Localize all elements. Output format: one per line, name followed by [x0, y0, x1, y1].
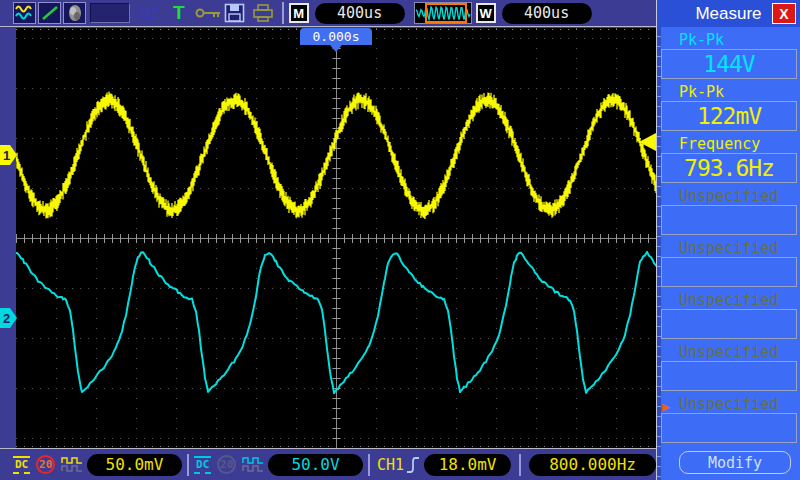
- preview-wave-icon: [415, 3, 471, 23]
- hand-icon: [65, 4, 85, 22]
- measurement-slot-selected[interactable]: ▶ Unspecified: [661, 396, 797, 443]
- slope-line-icon: [40, 4, 60, 22]
- measurement-value-box: [661, 413, 797, 443]
- measurement-value-box: 122mV: [661, 101, 797, 131]
- measure-panel: Measure X Pk-Pk 144V Pk-Pk 122mV Frequen…: [656, 0, 800, 480]
- measurement-value-box: [661, 257, 797, 287]
- ch2-bandwidth-badge[interactable]: 20: [217, 455, 236, 474]
- time-offset-cursor[interactable]: 0.000s: [300, 28, 372, 45]
- rising-edge-icon: [406, 455, 420, 475]
- modify-button[interactable]: Modify: [679, 451, 791, 474]
- close-button[interactable]: X: [772, 3, 796, 24]
- print-icon[interactable]: [251, 3, 275, 23]
- slope-tool-button[interactable]: [38, 2, 61, 24]
- window-timebase-value[interactable]: 400us: [502, 3, 592, 24]
- window-timebase-label: W: [476, 3, 496, 23]
- measurement-slot[interactable]: Pk-Pk 122mV: [661, 84, 797, 131]
- statusbar-separator: [187, 454, 189, 476]
- measurement-value-box: [661, 361, 797, 391]
- main-timebase-value[interactable]: 400us: [315, 3, 405, 24]
- save-icon[interactable]: [224, 3, 245, 23]
- close-icon: X: [779, 6, 788, 22]
- measurement-slot[interactable]: Pk-Pk 144V: [661, 32, 797, 79]
- panel-title: Measure: [695, 4, 761, 24]
- top-toolbar: T M 400us W 400us: [0, 0, 656, 27]
- ch1-bandwidth-badge[interactable]: 20: [36, 455, 55, 474]
- svg-text:1: 1: [3, 148, 10, 163]
- ch2-scale-value[interactable]: 50.0V: [268, 454, 363, 476]
- ch2-invert-icon[interactable]: [242, 456, 264, 473]
- ch1-invert-icon[interactable]: [61, 456, 83, 473]
- ch1-zero-marker[interactable]: 1: [0, 145, 17, 165]
- selection-arrow-icon: ▶: [662, 398, 670, 415]
- trigger-frequency-value: 800.000Hz: [529, 454, 656, 476]
- measurement-slot[interactable]: Unspecified: [661, 292, 797, 339]
- toolbar-display-field: [90, 3, 130, 23]
- trigger-indicator: T: [173, 2, 185, 24]
- status-bar: DC 20 50.0mV DC 20 50.0V CH1 18.0mV 800.…: [0, 448, 656, 480]
- measurement-value-box: [661, 205, 797, 235]
- statusbar-separator-2: [368, 454, 370, 476]
- measurement-value-box: 793.6Hz: [661, 153, 797, 183]
- ch2-coupling-indicator[interactable]: DC: [194, 456, 211, 474]
- main-timebase-label: M: [289, 3, 309, 23]
- waveform-display: [16, 28, 656, 448]
- waveform-preview[interactable]: [414, 2, 472, 24]
- dual-wave-icon: [15, 4, 35, 22]
- statusbar-separator-3: [519, 454, 521, 476]
- ch1-coupling-indicator[interactable]: DC: [13, 456, 30, 474]
- measurement-value-box: [661, 309, 797, 339]
- trigger-level-marker[interactable]: [639, 133, 656, 151]
- time-offset-cursor-pointer: [330, 45, 342, 52]
- trigger-source-label[interactable]: CH1: [377, 456, 404, 474]
- ch1-scale-value[interactable]: 50.0mV: [87, 454, 182, 476]
- pulse-icon[interactable]: [138, 3, 162, 23]
- hand-tool-button[interactable]: [63, 2, 86, 24]
- measurement-slot[interactable]: Unspecified: [661, 344, 797, 391]
- measurement-slots: Pk-Pk 144V Pk-Pk 122mV Frequency 793.6Hz…: [661, 27, 797, 443]
- measurement-slot[interactable]: Frequency 793.6Hz: [661, 136, 797, 183]
- measurement-value-box: 144V: [661, 49, 797, 79]
- measurement-slot[interactable]: Unspecified: [661, 240, 797, 287]
- channels-tool-button[interactable]: [13, 2, 36, 24]
- ch2-zero-marker[interactable]: 2: [0, 308, 17, 328]
- trigger-level-value[interactable]: 18.0mV: [424, 454, 511, 476]
- toolbar-separator: [282, 2, 284, 24]
- key-lock-icon[interactable]: [195, 6, 221, 20]
- measure-panel-header: Measure X: [657, 0, 800, 27]
- svg-text:2: 2: [3, 311, 10, 326]
- measurement-slot[interactable]: Unspecified: [661, 188, 797, 235]
